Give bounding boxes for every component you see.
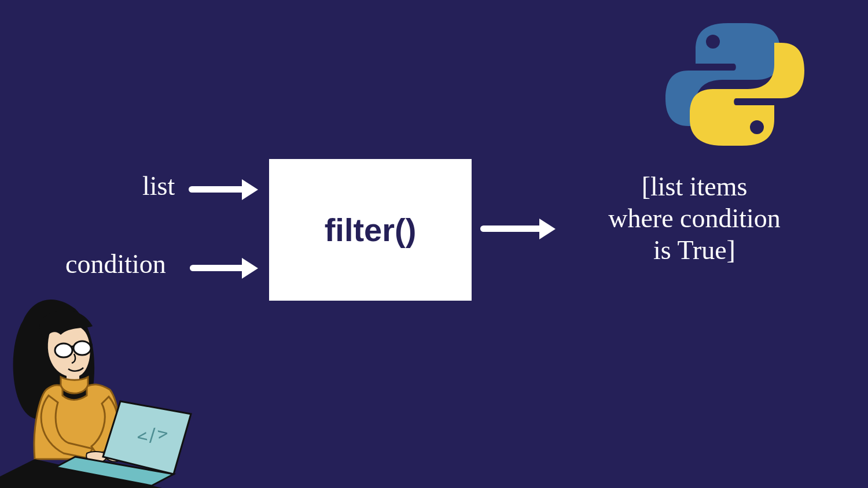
svg-point-1 bbox=[750, 120, 764, 134]
arrow-shaft bbox=[480, 225, 544, 232]
python-logo-icon bbox=[660, 17, 810, 150]
arrow-shaft bbox=[190, 265, 248, 271]
diagram-canvas: filter() list condition [list items wher… bbox=[0, 0, 868, 488]
person-coding-icon: </> bbox=[0, 280, 197, 488]
input-condition-label: condition bbox=[65, 249, 166, 279]
input-list-label: list bbox=[142, 171, 175, 201]
output-line-1: [list items bbox=[567, 171, 822, 202]
output-description: [list items where condition is True] bbox=[567, 171, 822, 267]
svg-text:</>: </> bbox=[135, 423, 170, 447]
arrow-shaft bbox=[189, 186, 247, 193]
arrow-head-icon bbox=[242, 258, 258, 279]
filter-function-box: filter() bbox=[269, 159, 472, 301]
arrow-head-icon bbox=[242, 179, 258, 200]
output-line-3: is True] bbox=[567, 234, 822, 266]
svg-point-3 bbox=[73, 341, 91, 355]
svg-point-2 bbox=[55, 343, 72, 357]
svg-point-0 bbox=[706, 35, 720, 49]
arrow-head-icon bbox=[539, 219, 556, 239]
filter-function-label: filter() bbox=[325, 211, 417, 249]
output-line-2: where condition bbox=[567, 202, 822, 234]
